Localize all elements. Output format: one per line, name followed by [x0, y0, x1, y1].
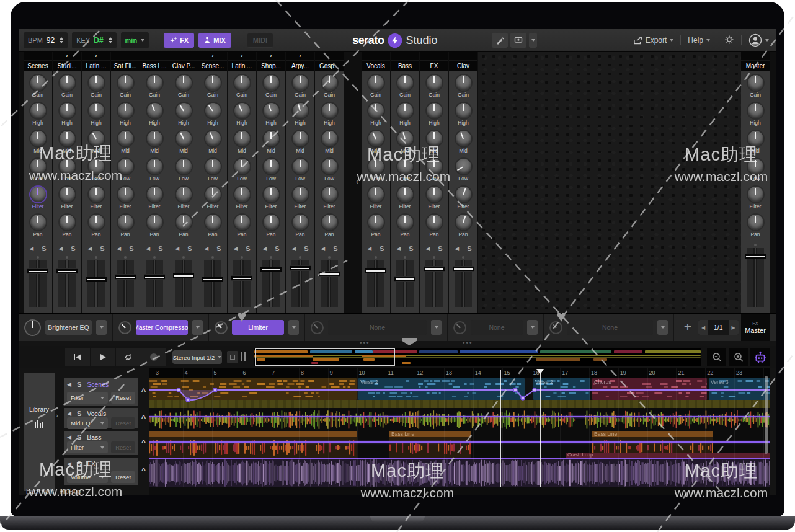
fx-options-caret[interactable] — [192, 320, 203, 335]
mute-button[interactable]: ◀ — [396, 246, 401, 252]
mid-knob[interactable] — [60, 131, 75, 146]
solo-button[interactable]: S — [275, 245, 279, 252]
assistant-button[interactable] — [750, 348, 770, 366]
low-knob[interactable] — [456, 159, 471, 174]
solo-button[interactable]: S — [467, 245, 471, 252]
zoom-in-button[interactable] — [729, 348, 748, 366]
high-knob[interactable] — [264, 103, 279, 118]
filter-knob[interactable] — [322, 187, 337, 202]
gain-knob[interactable] — [89, 75, 104, 91]
high-knob[interactable] — [30, 103, 46, 118]
filter-knob[interactable] — [176, 187, 192, 202]
channel-name[interactable]: Bass L... — [140, 60, 169, 71]
mix-mode-button[interactable]: MIX — [198, 33, 231, 48]
volume-fader[interactable] — [174, 260, 193, 307]
filter-knob[interactable] — [118, 187, 133, 202]
filter-knob[interactable] — [89, 187, 104, 202]
timeline-scrollbar[interactable] — [765, 376, 768, 454]
fx-select-button[interactable]: Master Compressor — [136, 320, 188, 335]
solo-button[interactable]: S — [100, 245, 104, 252]
pan-knob[interactable] — [205, 215, 221, 230]
reset-button[interactable]: Reset — [111, 441, 135, 453]
mid-knob[interactable] — [398, 131, 413, 146]
track-collapse-button[interactable]: ^ — [138, 386, 149, 396]
pan-knob[interactable] — [30, 215, 46, 230]
volume-fader[interactable] — [28, 260, 48, 307]
pan-knob[interactable] — [456, 215, 471, 230]
filter-knob[interactable] — [293, 187, 308, 202]
low-knob[interactable] — [368, 159, 384, 174]
track-param-dropdown[interactable]: Filter — [67, 392, 108, 404]
fx-select-button[interactable]: None — [328, 320, 427, 335]
volume-fader[interactable] — [290, 260, 310, 307]
filter-knob[interactable] — [30, 187, 46, 202]
volume-fader[interactable] — [745, 248, 765, 307]
track-param-dropdown[interactable]: Mid EQ — [67, 417, 108, 429]
record-button[interactable] — [141, 348, 166, 366]
fx-select-button[interactable]: Limiter — [232, 320, 284, 335]
high-knob[interactable] — [293, 103, 308, 118]
display-settings-button[interactable] — [510, 33, 526, 48]
low-knob[interactable] — [118, 159, 133, 174]
fader-handle[interactable] — [453, 266, 474, 272]
pan-knob[interactable] — [322, 215, 337, 230]
scenes-track-row[interactable]: Verse 3ChorusVerse 2Verse 2 — [149, 378, 770, 408]
gain-knob[interactable] — [205, 75, 221, 91]
bpm-value[interactable]: 92 — [47, 36, 55, 45]
channel-expand-icon[interactable]: › — [257, 52, 285, 60]
metronome-button[interactable] — [227, 351, 238, 363]
help-button[interactable]: Help — [688, 36, 710, 45]
filter-knob[interactable] — [147, 187, 162, 202]
pan-knob[interactable] — [176, 215, 192, 230]
high-knob[interactable] — [118, 103, 133, 118]
fader-handle[interactable] — [173, 273, 194, 278]
fader-handle[interactable] — [290, 265, 311, 271]
playhead-line[interactable] — [540, 370, 541, 487]
channel-name[interactable]: Clav P... — [169, 60, 198, 71]
track-header-scenes[interactable]: ◀SScenesFilterReset — [64, 378, 138, 406]
scenes-automation[interactable] — [149, 378, 770, 408]
key-mode-dropdown[interactable]: min — [121, 32, 149, 48]
fx-amount-knob[interactable] — [118, 321, 131, 334]
track-header-bass[interactable]: ◀SBassFilterReset — [64, 431, 138, 455]
volume-fader[interactable] — [319, 260, 339, 307]
mid-knob[interactable] — [293, 131, 308, 146]
low-knob[interactable] — [427, 159, 442, 174]
add-fx-button[interactable]: + — [680, 319, 696, 335]
solo-button[interactable]: S — [304, 245, 308, 252]
mute-button[interactable]: ◀ — [67, 461, 71, 467]
track-param-dropdown[interactable]: Volume — [67, 471, 108, 483]
fx-options-caret[interactable] — [431, 320, 442, 335]
settings-button[interactable] — [724, 35, 734, 47]
pan-knob[interactable] — [368, 215, 384, 230]
fader-handle[interactable] — [319, 271, 340, 277]
fx-options-caret[interactable] — [527, 320, 538, 335]
channel-name[interactable]: Sense... — [198, 60, 227, 71]
gain-knob[interactable] — [30, 75, 46, 91]
pan-knob[interactable] — [427, 215, 442, 230]
mid-knob[interactable] — [89, 131, 104, 146]
gain-knob[interactable] — [398, 75, 413, 91]
gain-knob[interactable] — [60, 75, 75, 91]
pan-knob[interactable] — [118, 215, 133, 230]
filter-knob[interactable] — [398, 187, 413, 202]
mute-button[interactable]: ◀ — [67, 434, 71, 440]
solo-button[interactable]: S — [380, 245, 384, 252]
filter-knob[interactable] — [748, 187, 763, 202]
mute-button[interactable]: ◀ — [233, 246, 238, 252]
key-control[interactable]: KEY D# — [72, 32, 116, 48]
filter-knob[interactable] — [427, 187, 442, 202]
edit-cursor-line[interactable] — [500, 370, 501, 487]
mute-button[interactable]: ◀ — [425, 246, 430, 252]
track-param-dropdown[interactable]: Filter — [67, 441, 108, 453]
fx-select-button[interactable]: Brightener EQ — [45, 320, 92, 335]
fx-select-button[interactable]: None — [471, 320, 523, 335]
solo-button[interactable]: S — [216, 245, 221, 252]
pan-knob[interactable] — [748, 215, 763, 230]
channel-expand-icon[interactable]: › — [228, 52, 256, 60]
low-knob[interactable] — [398, 159, 413, 174]
reset-button[interactable]: Reset — [111, 392, 135, 404]
channel-expand-icon[interactable]: › — [53, 52, 81, 60]
high-knob[interactable] — [60, 103, 75, 118]
solo-button[interactable]: S — [42, 245, 46, 252]
